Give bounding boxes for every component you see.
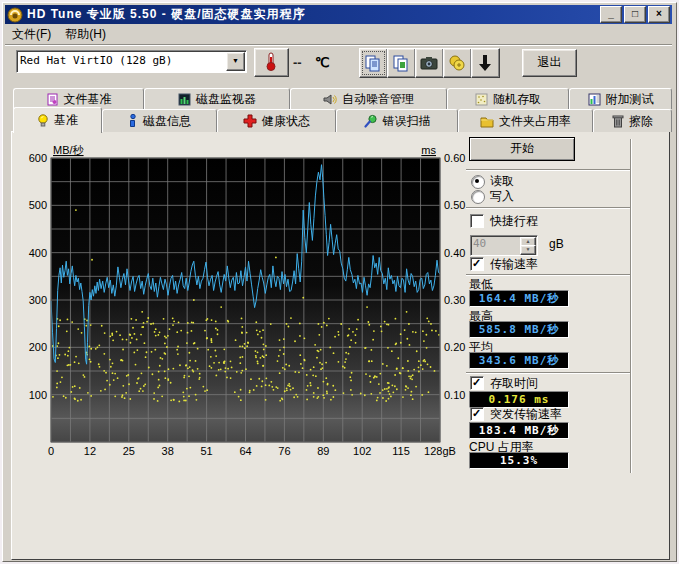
access-time-checkbox[interactable]	[470, 376, 484, 390]
tab-extra-tests[interactable]: 附加测试	[569, 88, 672, 109]
folder-icon	[480, 115, 494, 128]
menu-bar: 文件(F) 帮助(H)	[5, 25, 672, 43]
copy-icon	[364, 54, 382, 72]
copy-image-button[interactable]	[387, 48, 416, 78]
tab-erase[interactable]: 擦除	[593, 109, 672, 132]
avg-value-display: 343.6 MB/秒	[469, 352, 569, 369]
drive-selector-value[interactable]	[20, 53, 220, 68]
svg-text:25: 25	[123, 445, 135, 457]
file-benchmark-icon	[46, 93, 59, 106]
tab-label: 基准	[54, 112, 78, 129]
speaker-icon	[323, 93, 337, 106]
tab-label: 健康状态	[262, 113, 310, 130]
short-stroke-label[interactable]: 快捷行程	[490, 213, 538, 230]
svg-text:64: 64	[239, 445, 251, 457]
erase-icon	[612, 114, 624, 128]
short-stroke-checkbox[interactable]	[470, 214, 484, 228]
svg-text:600: 600	[29, 152, 47, 164]
tab-label: 磁盘信息	[143, 113, 191, 130]
svg-text:0.50: 0.50	[444, 199, 465, 211]
tab-error-scan[interactable]: 错误扫描	[336, 109, 458, 132]
tab-label: 错误扫描	[383, 113, 431, 130]
menu-help[interactable]: 帮助(H)	[58, 25, 113, 44]
short-stroke-value[interactable]	[473, 237, 515, 250]
info-icon	[128, 114, 138, 128]
tab-label: 擦除	[629, 113, 653, 130]
save-results-button[interactable]	[471, 48, 500, 78]
burst-rate-label[interactable]: 突发传输速率	[490, 406, 562, 423]
random-access-icon	[475, 93, 488, 106]
transfer-rate-label[interactable]: 传输速率	[490, 256, 538, 273]
tab-random-access[interactable]: 随机存取	[447, 88, 569, 109]
menu-file[interactable]: 文件(F)	[5, 25, 58, 44]
tab-label: 文件基准	[64, 91, 112, 108]
tab-label: 自动噪音管理	[342, 91, 414, 108]
tab-health[interactable]: 健康状态	[217, 109, 336, 132]
exit-button[interactable]: 退出	[522, 49, 577, 77]
svg-text:200: 200	[29, 341, 47, 353]
short-stroke-stepper[interactable]: ▲ ▼	[470, 235, 538, 256]
minimize-button[interactable]: _	[600, 6, 622, 23]
write-radio[interactable]	[471, 190, 485, 204]
read-radio[interactable]	[471, 175, 485, 189]
access-time-label[interactable]: 存取时间	[490, 375, 538, 392]
window-body: HD Tune 专业版 5.50 - 硬盘/固态硬盘实用程序 _ □ × 文件(…	[2, 2, 677, 562]
max-value-display: 585.8 MB/秒	[469, 321, 569, 338]
camera-icon	[420, 54, 438, 72]
svg-text:0.20: 0.20	[444, 341, 465, 353]
stepper-down-icon[interactable]: ▼	[520, 245, 536, 255]
svg-text:300: 300	[29, 294, 47, 306]
svg-text:0.10: 0.10	[444, 389, 465, 401]
svg-text:0.40: 0.40	[444, 247, 465, 259]
svg-text:400: 400	[29, 247, 47, 259]
svg-text:500: 500	[29, 199, 47, 211]
svg-text:89: 89	[317, 445, 329, 457]
donate-button[interactable]	[443, 48, 472, 78]
drive-selector[interactable]: ▼	[16, 50, 247, 73]
close-button[interactable]: ×	[648, 6, 670, 23]
separator	[466, 372, 632, 374]
tab-benchmark[interactable]: 基准	[13, 107, 102, 133]
svg-text:102: 102	[353, 445, 371, 457]
panel-divider	[630, 139, 632, 473]
min-value-display: 164.4 MB/秒	[469, 290, 569, 307]
screenshot-button[interactable]	[415, 48, 444, 78]
app-window: HD Tune 专业版 5.50 - 硬盘/固态硬盘实用程序 _ □ × 文件(…	[0, 0, 679, 564]
extra-tests-icon	[588, 93, 601, 106]
tab-label: 随机存取	[493, 91, 541, 108]
lightbulb-icon	[37, 114, 49, 128]
cpu-usage-display: 15.3%	[469, 452, 569, 469]
copy-image-icon	[392, 54, 410, 72]
write-radio-label[interactable]: 写入	[490, 188, 514, 205]
burst-rate-checkbox[interactable]	[470, 407, 484, 421]
svg-text:128gB: 128gB	[424, 445, 456, 457]
svg-text:38: 38	[162, 445, 174, 457]
chevron-down-icon[interactable]: ▼	[226, 52, 245, 71]
transfer-rate-checkbox[interactable]	[470, 257, 484, 271]
tab-auto-acoustic[interactable]: 自动噪音管理	[290, 88, 447, 109]
svg-text:76: 76	[278, 445, 290, 457]
svg-text:115: 115	[392, 445, 410, 457]
tab-file-benchmark[interactable]: 文件基准	[13, 88, 144, 109]
separator	[466, 169, 632, 171]
tab-disk-monitor[interactable]: 磁盘监视器	[144, 88, 290, 109]
menu-separator	[5, 44, 672, 46]
burst-rate-display: 183.4 MB/秒	[469, 422, 569, 439]
tab-label: 附加测试	[606, 91, 654, 108]
scan-icon	[364, 114, 378, 128]
tab-folder-usage[interactable]: 文件夹占用率	[458, 109, 593, 132]
temperature-unit: ℃	[315, 55, 330, 70]
start-button[interactable]: 开始	[469, 137, 575, 161]
app-icon	[7, 7, 23, 23]
svg-text:0: 0	[48, 445, 54, 457]
health-icon	[243, 114, 257, 128]
svg-text:12: 12	[84, 445, 96, 457]
svg-text:0.30: 0.30	[444, 294, 465, 306]
copy-button[interactable]	[359, 48, 388, 78]
title-bar: HD Tune 专业版 5.50 - 硬盘/固态硬盘实用程序 _ □ ×	[5, 5, 672, 24]
thermometer-icon	[265, 52, 277, 71]
temperature-button[interactable]	[254, 48, 289, 77]
maximize-button[interactable]: □	[624, 6, 646, 23]
tab-disk-info[interactable]: 磁盘信息	[102, 109, 217, 132]
coins-icon	[448, 54, 466, 72]
